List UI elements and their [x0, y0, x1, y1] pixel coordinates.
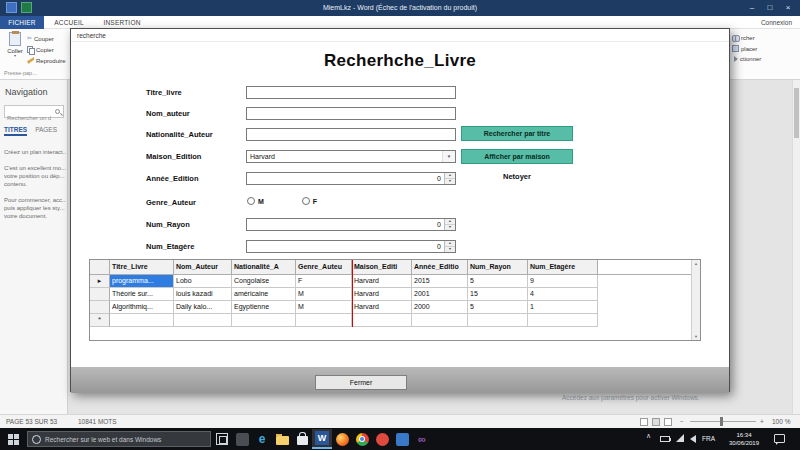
- grid-cell-selected[interactable]: programma...: [110, 275, 174, 288]
- grid-cell[interactable]: [468, 314, 528, 327]
- grid-cell[interactable]: Lobo: [174, 275, 232, 288]
- view-web-layout-icon[interactable]: [664, 418, 672, 426]
- rechercher-par-titre-button[interactable]: Rechercher par titre: [461, 126, 573, 141]
- fermer-button[interactable]: Fermer: [315, 375, 407, 390]
- taskbar-search-input[interactable]: [45, 436, 210, 443]
- grid-cell[interactable]: louis kazadi: [174, 288, 232, 301]
- grid-cell[interactable]: [352, 314, 412, 327]
- scroll-down-icon[interactable]: ▼: [694, 334, 698, 339]
- format-painter-button[interactable]: Reproduire: [27, 56, 66, 65]
- battery-icon[interactable]: [660, 436, 670, 442]
- zoom-level[interactable]: 100 %: [772, 415, 790, 428]
- grid-cell[interactable]: 4: [528, 288, 598, 301]
- grid-cell[interactable]: américaine: [232, 288, 296, 301]
- grid-cell[interactable]: [232, 314, 296, 327]
- grid-cell[interactable]: F: [296, 275, 352, 288]
- grid-cell[interactable]: 9: [528, 275, 598, 288]
- grid-cell[interactable]: Harvard: [352, 301, 412, 314]
- num-rayon-stepper[interactable]: 0 ▲ ▼: [246, 218, 456, 231]
- word-titlebar[interactable]: MiemLkz - Word (Échec de l'activation du…: [0, 0, 800, 16]
- row-header[interactable]: [90, 301, 110, 314]
- zoom-slider[interactable]: [690, 421, 756, 422]
- grid-cell[interactable]: Théorie sur...: [110, 288, 174, 301]
- sign-in-link[interactable]: Connexion: [761, 16, 792, 29]
- cut-button[interactable]: ✂ Couper: [27, 34, 54, 43]
- nationalite-auteur-input[interactable]: [246, 128, 456, 141]
- grid-cell[interactable]: 2015: [412, 275, 468, 288]
- clock[interactable]: 16:34 30/06/2019: [722, 431, 766, 447]
- grid-cell[interactable]: 5: [468, 275, 528, 288]
- grid-cell[interactable]: 2001: [412, 288, 468, 301]
- tab-fichier[interactable]: FICHIER: [0, 16, 44, 29]
- language-indicator[interactable]: FRA: [702, 428, 715, 450]
- document-scrollbar[interactable]: [792, 80, 800, 414]
- grid-cell[interactable]: Harvard: [352, 288, 412, 301]
- tab-pages[interactable]: PAGES: [35, 126, 57, 136]
- quick-access-excel-icon[interactable]: [21, 2, 32, 13]
- zoom-slider-thumb[interactable]: [720, 417, 723, 426]
- grid-cell[interactable]: [528, 314, 598, 327]
- annee-edition-stepper[interactable]: 0 ▲ ▼: [246, 172, 456, 185]
- grid-cell[interactable]: [174, 314, 232, 327]
- spin-down-icon[interactable]: ▼: [445, 247, 455, 252]
- grid-col-header[interactable]: Num_Etagère: [528, 260, 598, 275]
- taskbar-store-icon[interactable]: [292, 429, 312, 449]
- nom-auteur-input[interactable]: [246, 107, 456, 120]
- grid-cell[interactable]: Egyptienne: [232, 301, 296, 314]
- scrollbar-thumb[interactable]: [794, 88, 799, 138]
- spin-down-icon[interactable]: ▼: [445, 179, 455, 184]
- taskbar-chrome-icon[interactable]: [352, 429, 372, 449]
- grid-cell[interactable]: 2000: [412, 301, 468, 314]
- netoyer-button[interactable]: Netoyer: [503, 172, 531, 181]
- close-icon[interactable]: ×: [780, 0, 796, 16]
- taskbar-file-explorer-icon[interactable]: [272, 429, 292, 449]
- chevron-down-icon[interactable]: ▼: [442, 151, 455, 162]
- grid-cell[interactable]: [412, 314, 468, 327]
- grid-col-header[interactable]: Genre_Auteu: [296, 260, 352, 275]
- task-view-icon[interactable]: [216, 433, 228, 445]
- volume-icon[interactable]: [690, 435, 696, 443]
- grid-cell[interactable]: M: [296, 288, 352, 301]
- tray-chevron-icon[interactable]: ∧: [646, 432, 651, 440]
- dialog-titlebar[interactable]: recherche: [71, 29, 729, 42]
- grid-cell[interactable]: Algorithmiq...: [110, 301, 174, 314]
- taskbar-visual-studio-icon[interactable]: ∞: [412, 429, 432, 449]
- taskbar-edge-icon[interactable]: e: [252, 429, 272, 449]
- grid-col-header[interactable]: Nationalité_A: [232, 260, 296, 275]
- grid-cell[interactable]: [110, 314, 174, 327]
- start-button[interactable]: [0, 428, 26, 450]
- taskbar-app-red-icon[interactable]: [372, 429, 392, 449]
- new-row-indicator[interactable]: *: [90, 314, 110, 327]
- search-icon[interactable]: [55, 109, 60, 114]
- word-count-status[interactable]: 10841 MOTS: [78, 415, 117, 428]
- action-center-icon[interactable]: [774, 434, 785, 443]
- tab-titres[interactable]: TITRES: [4, 126, 27, 136]
- find-button[interactable]: rcher: [732, 34, 755, 41]
- maximize-icon[interactable]: □: [762, 0, 778, 16]
- grid-col-header[interactable]: Num_Rayon: [468, 260, 528, 275]
- grid-cell[interactable]: Daily kalo...: [174, 301, 232, 314]
- afficher-par-maison-button[interactable]: Afficher par maison: [461, 149, 573, 164]
- grid-cell[interactable]: 5: [468, 301, 528, 314]
- current-row-arrow-icon[interactable]: ►: [90, 275, 110, 288]
- maison-edition-select[interactable]: Harvard ▼: [246, 150, 456, 163]
- row-header[interactable]: [90, 288, 110, 301]
- taskbar-firefox-icon[interactable]: [332, 429, 352, 449]
- grid-cell[interactable]: 1: [528, 301, 598, 314]
- grid-scrollbar[interactable]: ▲ ▼: [691, 260, 700, 340]
- grid-col-header[interactable]: Titre_Livre: [110, 260, 174, 275]
- num-etagere-stepper[interactable]: 0 ▲ ▼: [246, 240, 456, 253]
- page-count-status[interactable]: PAGE 53 SUR 53: [6, 415, 57, 428]
- grid-cell[interactable]: 15: [468, 288, 528, 301]
- grid-corner-cell[interactable]: [90, 260, 110, 275]
- zoom-out-icon[interactable]: −: [680, 415, 684, 428]
- spin-down-icon[interactable]: ▼: [445, 225, 455, 230]
- select-button[interactable]: ctionner: [732, 56, 761, 62]
- replace-button[interactable]: placer: [732, 45, 757, 52]
- view-print-layout-icon[interactable]: [652, 418, 660, 426]
- titre-livre-input[interactable]: [246, 86, 456, 99]
- network-icon[interactable]: [676, 434, 684, 442]
- scroll-up-icon[interactable]: ▲: [694, 261, 698, 266]
- document-search-box[interactable]: [4, 105, 64, 118]
- radio-f[interactable]: [302, 197, 310, 205]
